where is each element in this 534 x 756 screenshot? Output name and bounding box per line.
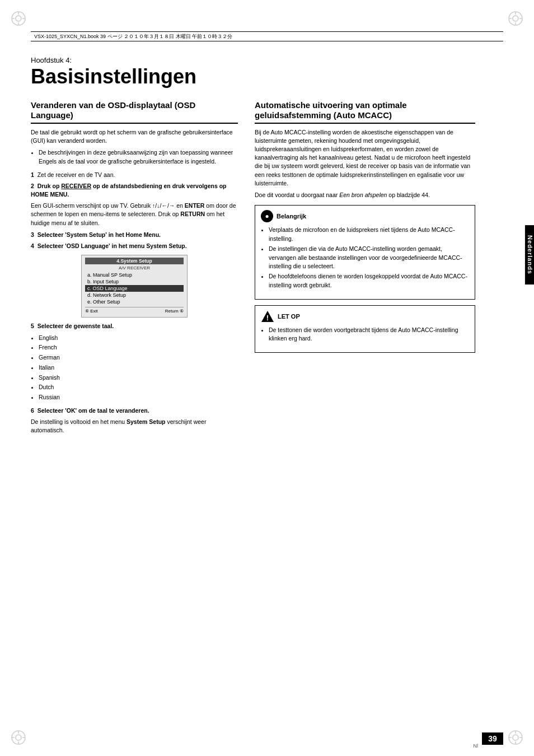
page-number: 39: [482, 732, 503, 745]
screen-item-4: e. Other Setup: [85, 298, 184, 305]
step-1: 1 Zet de receiver en de TV aan.: [31, 171, 238, 179]
important-icon: ●: [261, 210, 273, 222]
screen-subtitle: A/V RECEIVER: [85, 265, 184, 270]
important-box: ● Belangrijk Verplaats de microfoon en d…: [255, 205, 475, 299]
header-bar: VSX-1025_SYXCN_N1.book 39 ページ ２０１０年３月１８日…: [31, 31, 503, 41]
step-5-number: 5: [31, 323, 34, 329]
important-label: Belangrijk: [277, 213, 306, 220]
let-op-icon-wrap: !: [261, 310, 274, 323]
svg-point-7: [513, 16, 518, 21]
important-bullets: Verplaats de microfoon en de luidspreker…: [269, 226, 469, 290]
screen-footer: ⑥ Exit Return ⑥: [85, 307, 184, 314]
step-3: 3 Selecteer 'System Setup' in het Home M…: [31, 231, 238, 239]
left-section-title: Veranderen van de OSD-displaytaal (OSD L…: [31, 100, 238, 124]
lang-spanish: Spanish: [39, 374, 238, 382]
svg-text:!: !: [266, 314, 269, 322]
chapter-title: Basisinstellingen: [31, 66, 503, 88]
right-section-title: Automatische uitvoering van optimale gel…: [255, 100, 475, 124]
step-3-number: 3: [31, 231, 34, 238]
svg-point-19: [513, 735, 518, 740]
right-body-2-italic: Een bron afspelen: [339, 192, 387, 198]
right-body-2-suffix: op bladzijde 44.: [387, 192, 429, 198]
corner-tr-decoration: [507, 10, 524, 27]
important-bullet-2: De hoofdtelefoons dienen te worden losge…: [269, 272, 469, 290]
main-content: Hoofdstuk 4: Basisinstellingen Verandere…: [31, 56, 503, 722]
lang-dutch: Dutch: [39, 383, 238, 392]
step-1-text: Zet de receiver en de TV aan.: [38, 171, 115, 178]
let-op-box: ! LET OP De testtonen die worden voortge…: [255, 305, 475, 353]
important-header: ● Belangrijk: [261, 210, 469, 222]
screen-item-3: d. Network Setup: [85, 292, 184, 298]
step-4-bold: Selecteer 'OSD Language' in het menu Sys…: [38, 242, 187, 249]
screen-item-1: b. Input Setup: [85, 278, 184, 285]
step-6: 6 Selecteer 'OK' om de taal te verandere…: [31, 407, 238, 415]
chapter-label: Hoofdstuk 4:: [31, 56, 503, 64]
left-bullet-1: De beschrijvingen in deze gebruiksaanwij…: [39, 148, 238, 166]
language-list: English French German Italian Spanish Du…: [39, 334, 238, 402]
lang-italian: Italian: [39, 363, 238, 372]
let-op-header: ! LET OP: [261, 310, 469, 323]
step-4: 4 Selecteer 'OSD Language' in het menu S…: [31, 242, 238, 250]
screen-title: 4.System Setup: [85, 258, 184, 264]
lang-german: German: [39, 353, 238, 362]
step-5: 5 Selecteer de gewenste taal.: [31, 322, 238, 330]
screen-footer-right: Return ⑥: [165, 309, 184, 314]
lang-russian: Russian: [39, 393, 238, 402]
file-info: VSX-1025_SYXCN_N1.book 39 ページ ２０１０年３月１８日…: [34, 33, 232, 40]
important-bullet-1: De instellingen die via de Auto MCACC-in…: [269, 245, 469, 271]
svg-point-1: [16, 16, 21, 21]
step-5-bold: Selecteer de gewenste taal.: [38, 323, 114, 329]
sidebar-lang-label: Nederlands: [525, 225, 534, 284]
svg-point-13: [16, 735, 21, 740]
let-op-bullet-0: De testtonen die worden voortgebracht ti…: [269, 326, 469, 344]
let-op-bullets: De testtonen die worden voortgebracht ti…: [269, 326, 469, 344]
step-2: 2 Druk op RECEIVER op de afstandsbedieni…: [31, 182, 238, 199]
step-3-bold: Selecteer 'System Setup' in het Home Men…: [38, 231, 161, 238]
right-col-inner: Automatische uitvoering van optimale gel…: [255, 100, 503, 353]
screen-mockup: 4.System Setup A/V RECEIVER a. Manual SP…: [81, 255, 188, 318]
page: VSX-1025_SYXCN_N1.book 39 ページ ２０１０年３月１８日…: [0, 0, 534, 756]
step-6-number: 6: [31, 407, 34, 414]
left-intro: De taal die gebruikt wordt op het scherm…: [31, 128, 238, 145]
corner-tl-decoration: [10, 10, 27, 27]
right-column: Automatische uitvoering van optimale gel…: [255, 100, 503, 438]
let-op-label: LET OP: [278, 313, 300, 320]
right-body-2-prefix: Doe dit voordat u doorgaat naar: [255, 192, 339, 198]
corner-br-decoration: [507, 729, 524, 746]
right-body-1: Bij de Auto MCACC-instelling worden de a…: [255, 128, 475, 188]
left-bullets: De beschrijvingen in deze gebruiksaanwij…: [39, 148, 238, 166]
step-6-body: De instelling is voltooid en het menu Sy…: [31, 418, 238, 435]
screen-item-0: a. Manual SP Setup: [85, 272, 184, 278]
screen-item-2: c. OSD Language: [85, 285, 184, 292]
right-body-2: Doe dit voordat u doorgaat naar Een bron…: [255, 191, 475, 199]
step-6-bold: Selecteer 'OK' om de taal te veranderen.: [38, 407, 149, 414]
lang-french: French: [39, 343, 238, 352]
step-1-number: 1: [31, 171, 34, 178]
left-column: Veranderen van de OSD-displaytaal (OSD L…: [31, 100, 238, 438]
step-2-bold: Druk op RECEIVER op de afstandsbediening…: [31, 183, 227, 198]
two-col-layout: Veranderen van de OSD-displaytaal (OSD L…: [31, 100, 503, 438]
step-2-number: 2: [31, 183, 34, 189]
important-bullet-0: Verplaats de microfoon en de luidspreker…: [269, 226, 469, 244]
step-2-body: Een GUI-scherm verschijnt op uw TV. Gebr…: [31, 202, 238, 227]
screen-footer-left: ⑥ Exit: [85, 309, 98, 314]
corner-bl-decoration: [10, 729, 27, 746]
step-4-number: 4: [31, 242, 34, 249]
page-lang-label: Nl: [474, 743, 479, 749]
lang-english: English: [39, 334, 238, 343]
